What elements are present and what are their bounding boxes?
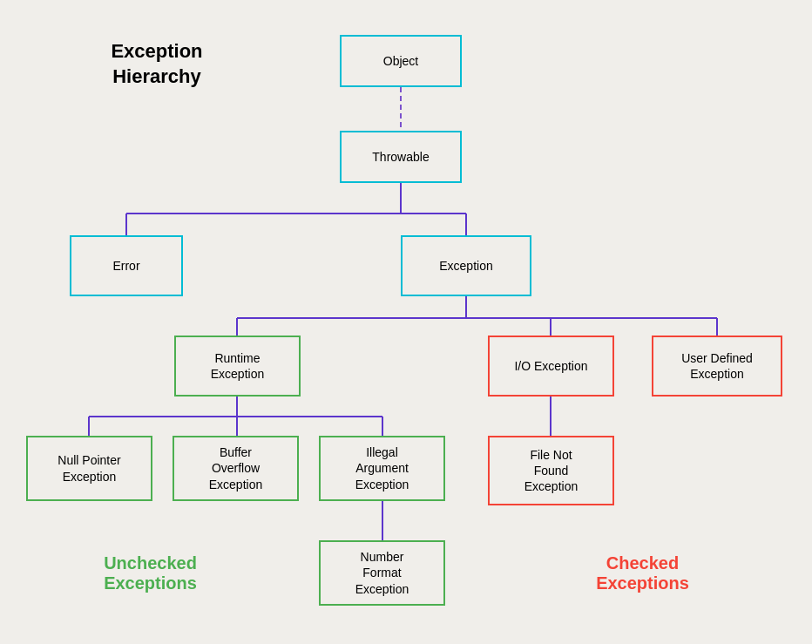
node-object: Object [340,35,462,87]
label-checked-exceptions: CheckedExceptions [562,553,723,593]
node-throwable: Throwable [340,131,462,183]
node-runtime-exception: RuntimeException [174,336,301,397]
diagram-title: ExceptionHierarchy [87,39,227,89]
node-number-format-exception: NumberFormatException [319,540,445,606]
diagram: ExceptionHierarchy Object Throwable Erro… [0,0,812,644]
node-buffer-overflow-exception: BufferOverflowException [173,436,299,501]
node-exception: Exception [401,235,531,296]
label-unchecked-exceptions: UncheckedExceptions [70,553,231,593]
node-user-defined-exception: User DefinedException [652,336,782,397]
node-io-exception: I/O Exception [488,336,614,397]
node-file-not-found-exception: File NotFoundException [488,436,614,505]
node-error: Error [70,235,183,296]
node-illegal-argument-exception: IllegalArgumentException [319,436,445,501]
node-null-pointer-exception: Null PointerException [26,436,152,501]
